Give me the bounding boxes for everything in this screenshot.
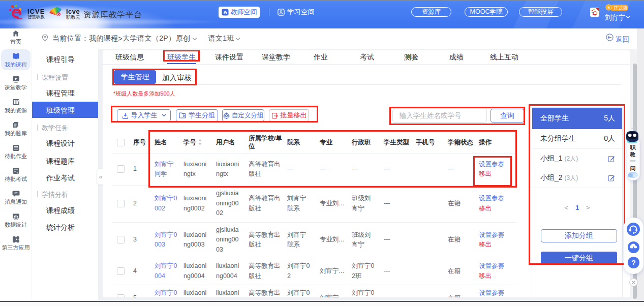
svg-text:?: ?: [631, 259, 636, 267]
